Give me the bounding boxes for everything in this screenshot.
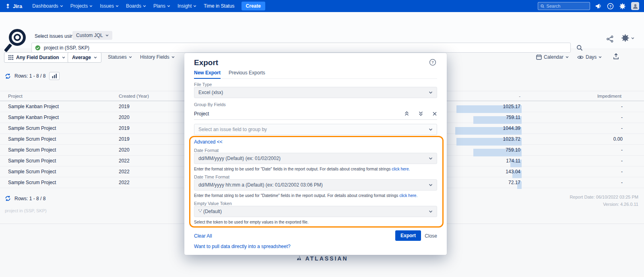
tab-previous-exports[interactable]: Previous Exports bbox=[229, 70, 265, 78]
empty-value-token-value: '-' (Default) bbox=[198, 209, 222, 214]
export-button[interactable]: Export bbox=[395, 230, 421, 241]
days-dropdown[interactable]: Days bbox=[577, 54, 602, 60]
top-navbar: Jira Dashboards Projects Issues Boards P… bbox=[0, 0, 644, 12]
average-label: Average bbox=[72, 55, 91, 60]
date-format-select[interactable]: dd/MM/yyyy (Default) (ex: 01/02/2002) bbox=[194, 153, 437, 164]
refresh-icon[interactable] bbox=[5, 73, 11, 79]
cell-project: Sample Scrum Project bbox=[0, 158, 119, 164]
page-settings-dropdown[interactable] bbox=[621, 34, 634, 42]
settings-gear-icon[interactable] bbox=[619, 3, 626, 10]
cell-value-text: 1044.39 bbox=[503, 125, 522, 131]
nav-label: Time in Status bbox=[204, 3, 234, 9]
chevron-down-icon bbox=[599, 55, 602, 59]
chevron-down-icon bbox=[89, 4, 93, 8]
atlassian-wordmark: ATLASSIAN bbox=[305, 255, 348, 262]
cell-impediment: 0.00 bbox=[522, 136, 623, 142]
date-format-help-link[interactable]: click here. bbox=[392, 167, 410, 171]
rows-count-label: Rows: 1 - 8 / 8 bbox=[14, 73, 45, 79]
jql-input-box bbox=[31, 43, 571, 53]
nav-label: Dashboards bbox=[32, 3, 58, 9]
statuses-label: Statuses bbox=[108, 54, 127, 60]
move-up-icon[interactable] bbox=[404, 111, 409, 116]
modal-help-icon[interactable]: ? bbox=[429, 59, 436, 68]
user-avatar[interactable] bbox=[631, 2, 639, 10]
cell-project: Sample Scrum Project bbox=[0, 169, 119, 174]
share-icon[interactable] bbox=[606, 35, 614, 44]
grid-icon bbox=[8, 55, 13, 60]
rows-bar: Rows: 1 - 8 / 8 bbox=[5, 72, 60, 80]
history-fields-dropdown[interactable]: History Fields bbox=[140, 54, 175, 60]
group-by-field-select[interactable]: Select an issue field to group by bbox=[194, 124, 437, 135]
file-type-select[interactable]: Excel (xlsx) bbox=[194, 87, 437, 98]
chart-view-button[interactable] bbox=[49, 72, 60, 80]
chevron-down-icon bbox=[171, 55, 175, 59]
spreadsheet-link[interactable]: Want to pull data directly into a spread… bbox=[194, 244, 291, 249]
cell-project: Sample Scrum Project bbox=[0, 125, 119, 131]
cell-project: Sample Scrum Project bbox=[0, 180, 119, 185]
run-query-search-icon[interactable] bbox=[576, 45, 583, 53]
cell-impediment: - bbox=[522, 180, 623, 185]
nav-item-plans[interactable]: Plans bbox=[150, 0, 174, 12]
valid-check-icon bbox=[35, 45, 41, 51]
clear-all-link[interactable]: Clear All bbox=[194, 233, 212, 239]
nav-item-time-in-status[interactable]: Time in Status bbox=[200, 0, 238, 12]
export-modal: Export ? New Export Previous Exports Fil… bbox=[184, 53, 447, 255]
nav-item-boards[interactable]: Boards bbox=[122, 0, 150, 12]
brand-label: Jira bbox=[13, 3, 22, 9]
cell-impediment: - bbox=[522, 147, 623, 153]
select-issues-label: Select issues using bbox=[35, 33, 76, 39]
create-button[interactable]: Create bbox=[242, 2, 265, 10]
calendar-dropdown[interactable]: Calendar bbox=[536, 54, 569, 60]
close-button[interactable]: Close bbox=[425, 233, 437, 239]
bar-chart-icon bbox=[52, 74, 57, 78]
eye-icon bbox=[577, 55, 584, 60]
average-dropdown[interactable]: Average bbox=[68, 52, 101, 63]
jql-input[interactable] bbox=[44, 45, 567, 51]
nav-item-dashboards[interactable]: Dashboards bbox=[29, 0, 67, 12]
date-format-help-text: Enter the format string to be used for "… bbox=[194, 167, 392, 171]
chevron-down-icon bbox=[429, 127, 433, 131]
announcements-icon[interactable] bbox=[595, 3, 602, 9]
cell-impediment: - bbox=[522, 125, 623, 131]
svg-text:?: ? bbox=[609, 4, 611, 8]
chevron-down-icon bbox=[62, 56, 65, 59]
modal-tabs: New Export Previous Exports bbox=[194, 70, 437, 79]
export-report-icon[interactable] bbox=[613, 53, 619, 60]
move-down-icon[interactable] bbox=[418, 111, 423, 116]
cell-impediment: - bbox=[522, 158, 623, 164]
jira-brand[interactable]: Jira bbox=[5, 3, 22, 9]
date-time-format-help: Enter the format string to be used for "… bbox=[194, 193, 437, 198]
refresh-icon[interactable] bbox=[5, 195, 11, 201]
date-time-format-help-link[interactable]: click here. bbox=[399, 193, 417, 198]
global-search-input[interactable] bbox=[547, 4, 587, 8]
empty-value-token-select[interactable]: '-' (Default) bbox=[194, 206, 437, 217]
help-icon[interactable]: ? bbox=[607, 3, 614, 10]
app-logo-icon bbox=[5, 29, 29, 53]
nav-label: Insight bbox=[178, 3, 192, 9]
chevron-down-icon bbox=[429, 183, 433, 187]
column-header-project[interactable]: Project bbox=[0, 94, 119, 98]
nav-item-projects[interactable]: Projects bbox=[67, 0, 96, 12]
global-search[interactable] bbox=[538, 2, 590, 10]
remove-icon[interactable] bbox=[432, 111, 437, 116]
group-by-item-actions bbox=[404, 111, 437, 116]
calendar-icon bbox=[536, 54, 542, 60]
cell-value-text: 72.17 bbox=[508, 180, 522, 185]
nav-item-insight[interactable]: Insight bbox=[174, 0, 200, 12]
column-header-impediment[interactable]: Impediment bbox=[522, 94, 623, 98]
query-mode-dropdown[interactable]: Custom JQL bbox=[72, 31, 112, 40]
cell-project: Sample Kanban Project bbox=[0, 115, 119, 120]
chevron-down-icon bbox=[94, 56, 97, 59]
person-icon bbox=[632, 3, 638, 9]
field-duration-dropdown[interactable]: Any Field Duration bbox=[4, 52, 70, 63]
date-time-format-select[interactable]: dd/MM/yyyy hh:mm a (Default) (ex: 01/02/… bbox=[194, 179, 437, 191]
chevron-down-icon bbox=[566, 55, 569, 59]
statuses-dropdown[interactable]: Statuses bbox=[108, 54, 132, 60]
search-icon bbox=[541, 4, 545, 8]
tab-new-export[interactable]: New Export bbox=[194, 70, 221, 79]
cell-project: Sample Scrum Project bbox=[0, 147, 119, 153]
nav-item-issues[interactable]: Issues bbox=[96, 0, 122, 12]
chevron-down-icon bbox=[105, 34, 109, 37]
cell-value-text: 1025.17 bbox=[503, 104, 522, 109]
advanced-toggle-link[interactable]: Advanced << bbox=[194, 139, 223, 145]
